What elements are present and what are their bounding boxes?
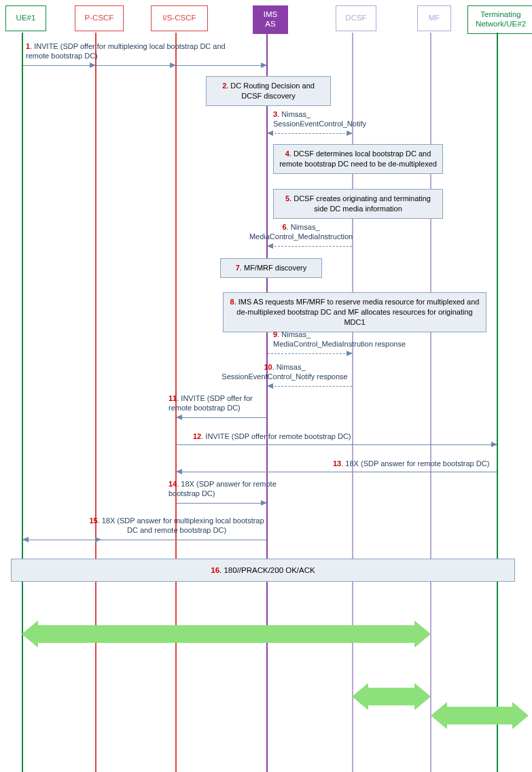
participant-imsas: IMS AS — [253, 5, 288, 34]
media-path-1 — [38, 625, 414, 643]
note-step4: 4. DCSF determines local bootstrap DC an… — [273, 144, 443, 174]
label-step13: 13. 18X (SDP answer for remote bootstrap… — [333, 459, 510, 469]
arrow-s11 — [177, 417, 266, 418]
note-step5: 5. DCSF creates originating and terminat… — [273, 189, 443, 219]
label-step14: 14. 18X (SDP answer for remote bootstrap… — [169, 480, 277, 499]
participant-ue1: UE#1 — [5, 5, 46, 31]
label-step9: 9. Nimsas_ MediaControl_MediaInstrution … — [273, 330, 436, 349]
arrow-s12 — [177, 444, 497, 445]
lifeline-terminating — [497, 33, 498, 772]
participant-dcsf: DCSF — [336, 5, 376, 31]
note-step16: 16. 180//PRACK/200 OK/ACK — [11, 559, 515, 582]
arrow-s15b — [23, 540, 95, 540]
participant-mf: MF — [417, 5, 451, 31]
arrow-s10 — [268, 386, 352, 387]
arrow-s13 — [177, 472, 497, 472]
note-step2: 2. DC Routing Decision and DCSF discover… — [206, 76, 331, 106]
note-step8: 8. IMS AS requests MF/MRF to reserve med… — [223, 292, 486, 332]
label-step11: 11. INVITE (SDP offer for remote bootstr… — [169, 394, 270, 413]
arrow-s1a — [23, 65, 95, 66]
participant-pcscf: P-CSCF — [75, 5, 124, 31]
participant-iscscf: I/S-CSCF — [151, 5, 208, 31]
arrow-s1b — [96, 65, 175, 66]
label-step6: 6. Nimsas_ MediaControl_MediaInstruction — [236, 223, 366, 242]
arrow-s1c — [177, 65, 266, 66]
arrow-s6 — [268, 246, 352, 247]
note-step7: 7. MF/MRF discovery — [220, 258, 322, 278]
arrow-s14 — [177, 503, 266, 504]
lifeline-ue1 — [22, 33, 23, 772]
label-step1: 1. INVITE (SDP offer for multiplexing lo… — [26, 42, 250, 61]
sequence-diagram: UE#1 P-CSCF I/S-CSCF IMS AS DCSF MF Term… — [0, 0, 532, 772]
arrow-s9 — [268, 353, 352, 354]
participant-terminating: Terminating Network/UE#2 — [467, 5, 532, 34]
label-step3: 3. Nimsas_ SessionEventControl_Notify — [273, 110, 389, 129]
media-path-2 — [368, 688, 414, 705]
label-step12: 12. INVITE (SDP offer for remote bootstr… — [193, 432, 397, 442]
media-path-3 — [447, 707, 512, 724]
label-step15: 15. 18X (SDP answer for multiplexing loc… — [85, 516, 268, 536]
arrow-s3 — [268, 133, 352, 134]
label-step10: 10. Nimsas_ SessionEventControl_Notify r… — [207, 363, 363, 382]
lifeline-pcscf — [95, 33, 96, 772]
